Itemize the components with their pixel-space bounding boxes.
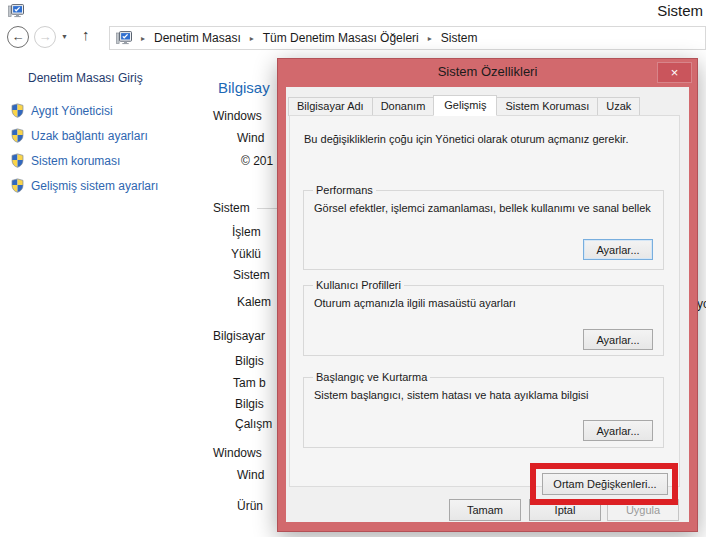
admin-required-note: Bu değişikliklerin çoğu için Yönetici ol…	[304, 133, 628, 145]
address-bar[interactable]: ▸ Denetim Masası ▸ Tüm Denetim Masası Öğ…	[109, 26, 706, 50]
close-icon[interactable]: ×	[657, 62, 692, 83]
sidebar-item-control-panel-home[interactable]: Denetim Masası Giriş	[28, 71, 143, 85]
breadcrumb-chevron-icon[interactable]: ▸	[428, 34, 432, 43]
bg-section-fragment: Windows	[213, 446, 262, 460]
bg-text-fragment: © 201	[241, 154, 273, 168]
history-dropdown-icon[interactable]: ▼	[61, 33, 68, 40]
breadcrumb-all-items[interactable]: Tüm Denetim Masası Öğeleri	[263, 31, 419, 45]
group-description: Görsel efektler, işlemci zamanlaması, be…	[314, 202, 651, 214]
bg-text-fragment: Yüklü	[231, 247, 261, 261]
startup-recovery-settings-button[interactable]: Ayarlar...	[583, 420, 653, 441]
uac-shield-icon	[10, 128, 25, 143]
back-icon[interactable]: ←	[7, 26, 29, 48]
group-label: Performans	[313, 184, 376, 196]
group-user-profiles: Kullanıcı Profilleri Oturum açmanızla il…	[303, 285, 664, 356]
sidebar-item-label: Sistem koruması	[31, 154, 120, 168]
bg-section-fragment: Bilgisayar	[213, 329, 265, 343]
tab-remote[interactable]: Uzak	[597, 97, 640, 116]
sidebar-item-label: Aygıt Yöneticisi	[31, 104, 113, 118]
sidebar-item-remote-settings[interactable]: Uzak bağlantı ayarları	[10, 128, 148, 143]
sidebar-item-advanced-system-settings[interactable]: Gelişmiş sistem ayarları	[10, 178, 158, 193]
user-profiles-settings-button[interactable]: Ayarlar...	[583, 329, 653, 350]
bg-text-fragment: Ürün	[237, 499, 263, 513]
tab-computer-name[interactable]: Bilgisayar Adı	[288, 97, 373, 116]
advanced-tab-panel: Bu değişikliklerin çoğu için Yönetici ol…	[289, 115, 680, 487]
breadcrumb-system[interactable]: Sistem	[441, 31, 478, 45]
page-title-fragment: Bilgisay	[218, 79, 270, 96]
uac-shield-icon	[10, 178, 25, 193]
up-arrow-icon[interactable]: ↑	[82, 26, 90, 43]
uac-shield-icon	[10, 153, 25, 168]
bg-text-fragment: Bilgis	[235, 354, 264, 368]
app-computer-icon	[8, 3, 24, 19]
group-description: Oturum açmanızla ilgili masaüstü ayarlar…	[314, 297, 516, 309]
bg-section-fragment: Sistem	[213, 201, 250, 215]
uac-shield-icon	[10, 103, 25, 118]
computer-icon	[116, 30, 132, 46]
ok-button[interactable]: Tamam	[449, 499, 521, 521]
highlight-box	[530, 463, 678, 505]
tab-advanced[interactable]: Gelişmiş	[433, 95, 497, 116]
bg-text-fragment: İşlem	[232, 225, 261, 239]
window-title: Sistem	[657, 2, 703, 19]
forward-icon[interactable]: →	[34, 26, 56, 48]
breadcrumb-chevron-icon[interactable]: ▸	[141, 34, 145, 43]
system-properties-dialog: Sistem Özellikleri × Bilgisayar Adı Dona…	[277, 58, 698, 532]
tab-hardware[interactable]: Donanım	[372, 97, 435, 116]
window-titlebar: Sistem	[0, 0, 706, 24]
breadcrumb-chevron-icon[interactable]: ▸	[250, 34, 254, 43]
bg-text-fragment: yo	[697, 297, 706, 311]
group-startup-recovery: Başlangıç ve Kurtarma Sistem başlangıcı,…	[303, 377, 664, 448]
navigation-bar: ← → ▼ ↑ ▸ Denetim Masası ▸ Tüm Denetim M…	[0, 24, 706, 53]
sidebar-item-system-protection[interactable]: Sistem koruması	[10, 153, 120, 168]
bg-text-fragment: Tam b	[233, 376, 266, 390]
bg-text-fragment: Kalem	[237, 295, 271, 309]
bg-text-fragment: Sistem	[233, 268, 270, 282]
bg-text-fragment: Çalışm	[235, 417, 272, 431]
bg-text-fragment: Bilgis	[235, 397, 264, 411]
tab-system-protection[interactable]: Sistem Koruması	[496, 97, 598, 116]
breadcrumb-control-panel[interactable]: Denetim Masası	[154, 31, 241, 45]
group-label: Kullanıcı Profilleri	[313, 279, 404, 291]
group-description: Sistem başlangıcı, sistem hatası ve hata…	[314, 389, 589, 401]
sidebar-item-label: Gelişmiş sistem ayarları	[31, 179, 158, 193]
performance-settings-button[interactable]: Ayarlar...	[583, 239, 653, 260]
bg-section-fragment: Windows	[213, 109, 262, 123]
group-label: Başlangıç ve Kurtarma	[313, 371, 430, 383]
bg-text-fragment: Wind	[237, 131, 264, 145]
dialog-body: Bilgisayar Adı Donanım Gelişmiş Sistem K…	[286, 87, 689, 522]
dialog-tabs: Bilgisayar Adı Donanım Gelişmiş Sistem K…	[288, 95, 639, 116]
dialog-title: Sistem Özellikleri	[278, 64, 697, 79]
sidebar-item-label: Uzak bağlantı ayarları	[31, 129, 148, 143]
group-performance: Performans Görsel efektler, işlemci zama…	[303, 190, 664, 270]
bg-text-fragment: Wind	[237, 468, 264, 482]
sidebar-item-device-manager[interactable]: Aygıt Yöneticisi	[10, 103, 113, 118]
